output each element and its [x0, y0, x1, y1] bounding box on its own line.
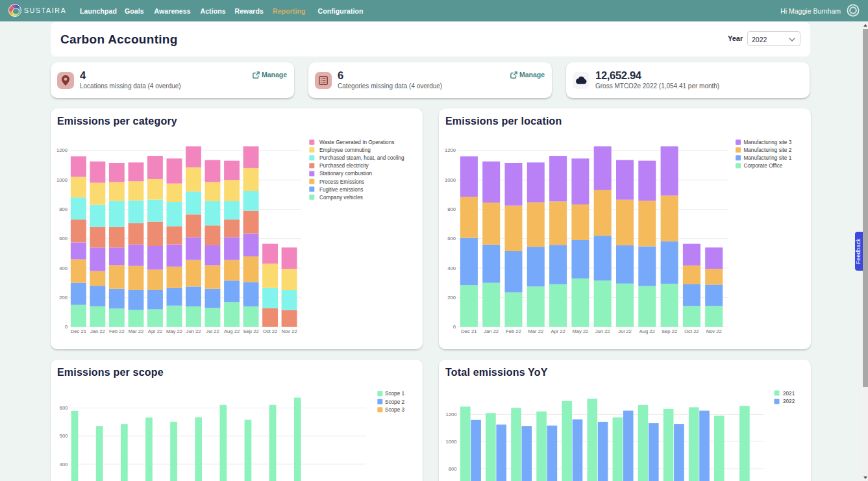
svg-text:Dec 21: Dec 21: [461, 328, 477, 334]
svg-text:Employee commuting: Employee commuting: [319, 147, 371, 153]
svg-text:200: 200: [59, 295, 68, 301]
svg-text:0: 0: [453, 324, 456, 330]
svg-text:Nov 22: Nov 22: [706, 328, 722, 334]
svg-text:Scope 2: Scope 2: [385, 399, 404, 405]
svg-text:Aug 22: Aug 22: [639, 328, 655, 334]
svg-text:Waste Generated In Operations: Waste Generated In Operations: [319, 140, 394, 145]
svg-text:Mar 22: Mar 22: [528, 328, 543, 334]
svg-text:400: 400: [59, 265, 68, 271]
svg-text:800: 800: [447, 206, 456, 212]
svg-text:1000: 1000: [446, 439, 457, 445]
svg-text:2022: 2022: [783, 399, 795, 404]
svg-text:400: 400: [60, 462, 68, 467]
svg-text:Company vehicles: Company vehicles: [319, 195, 363, 201]
svg-text:500: 500: [60, 433, 68, 439]
svg-text:Scope 3: Scope 3: [385, 407, 404, 413]
svg-text:Apr 22: Apr 22: [551, 328, 565, 334]
svg-text:400: 400: [447, 265, 456, 271]
svg-text:0: 0: [65, 324, 68, 330]
svg-text:Purchased electricity: Purchased electricity: [319, 163, 369, 169]
svg-text:Jan 22: Jan 22: [90, 328, 105, 334]
svg-text:Oct 22: Oct 22: [263, 328, 277, 334]
svg-text:800: 800: [449, 466, 457, 472]
svg-text:200: 200: [447, 295, 456, 301]
svg-text:Feb 22: Feb 22: [109, 328, 125, 334]
svg-text:1200: 1200: [56, 147, 68, 153]
svg-text:600: 600: [447, 236, 456, 241]
svg-text:Manufacturing site 2: Manufacturing site 2: [744, 147, 792, 153]
svg-text:May 22: May 22: [166, 328, 182, 334]
svg-text:Dec 21: Dec 21: [71, 328, 86, 334]
svg-text:600: 600: [59, 236, 68, 241]
svg-text:Jun 22: Jun 22: [186, 328, 201, 334]
svg-text:Jul 22: Jul 22: [618, 328, 631, 334]
svg-text:1000: 1000: [56, 177, 68, 183]
svg-text:1200: 1200: [445, 147, 456, 153]
svg-text:Feb 22: Feb 22: [506, 328, 521, 334]
svg-text:Apr 22: Apr 22: [148, 328, 162, 334]
svg-text:1200: 1200: [446, 412, 457, 417]
svg-text:Jan 22: Jan 22: [484, 328, 499, 334]
svg-text:600: 600: [60, 405, 68, 411]
svg-text:May 22: May 22: [572, 328, 588, 334]
svg-text:Scope 1: Scope 1: [385, 391, 404, 397]
svg-text:Stationary combustion: Stationary combustion: [319, 171, 372, 177]
svg-text:Manufacturing site 1: Manufacturing site 1: [744, 155, 792, 161]
svg-text:Fugitive emissions: Fugitive emissions: [319, 187, 363, 193]
svg-text:Jul 22: Jul 22: [206, 328, 219, 334]
svg-text:1000: 1000: [445, 177, 456, 183]
svg-text:Corporate Office: Corporate Office: [744, 163, 783, 169]
svg-text:Purchased steam, heat, and coo: Purchased steam, heat, and cooling: [319, 155, 404, 161]
svg-text:800: 800: [59, 206, 68, 212]
svg-text:Aug 22: Aug 22: [224, 328, 240, 334]
svg-text:Mar 22: Mar 22: [129, 328, 144, 334]
svg-text:2021: 2021: [783, 391, 795, 397]
svg-text:Nov 22: Nov 22: [282, 328, 297, 334]
svg-text:Jun 22: Jun 22: [595, 328, 610, 334]
svg-text:Sep 22: Sep 22: [243, 328, 259, 334]
svg-text:Oct 22: Oct 22: [684, 328, 699, 334]
svg-text:Process Emissions: Process Emissions: [319, 179, 364, 185]
svg-text:Sep 22: Sep 22: [662, 328, 677, 334]
svg-text:Manufacturing site 3: Manufacturing site 3: [744, 140, 792, 145]
